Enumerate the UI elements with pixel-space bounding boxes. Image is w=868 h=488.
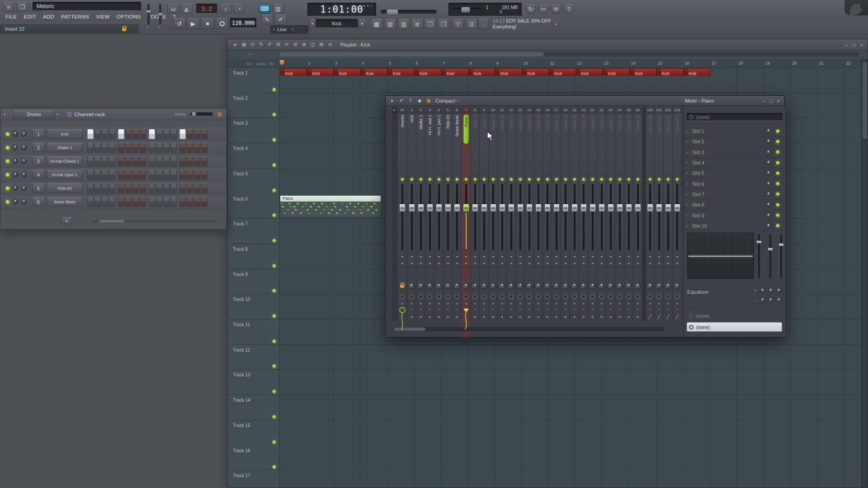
- step-cell[interactable]: [156, 129, 162, 139]
- mixer-scrollbar[interactable]: [393, 327, 664, 331]
- header-col-chan[interactable]: CHAN: [256, 62, 265, 66]
- stereo-sep-control[interactable]: ◂▸: [407, 253, 416, 260]
- fader-handle[interactable]: [454, 204, 460, 212]
- route-arrow[interactable]: ▲: [425, 312, 434, 321]
- send-knob[interactable]: [625, 283, 632, 290]
- pan-control[interactable]: ◂▸: [561, 260, 570, 267]
- mixer-strip-21[interactable]: 21Insert 21◂▸◂▸▲: [588, 107, 597, 321]
- slot-enable-led[interactable]: [776, 161, 779, 164]
- channel-button[interactable]: Shake 1: [47, 143, 83, 152]
- slot-mix-knob[interactable]: [766, 202, 771, 207]
- menu-patterns[interactable]: PATTERNS: [61, 14, 89, 19]
- close-icon[interactable]: ×: [777, 98, 780, 103]
- lock-icon[interactable]: ▫: [254, 52, 255, 56]
- step-cell[interactable]: [201, 183, 208, 193]
- step-grid-icon[interactable]: ▦: [371, 19, 382, 29]
- pan-control[interactable]: ◂▸: [462, 260, 470, 267]
- step-cell[interactable]: [163, 170, 170, 180]
- send-knob[interactable]: [490, 283, 496, 290]
- step-cell[interactable]: [102, 183, 108, 193]
- mixer-strip-100[interactable]: 100Insert 100◂▸◂▸╱: [646, 107, 655, 321]
- loop-record-button[interactable]: ↺: [173, 18, 186, 29]
- step-cell[interactable]: [125, 183, 132, 193]
- plugin-selector[interactable]: (none): [687, 113, 782, 121]
- mixer-strip-19[interactable]: 19Insert 19◂▸◂▸▲: [570, 107, 579, 321]
- pan-control[interactable]: ◂▸: [646, 260, 654, 267]
- pan-control[interactable]: ◂▸: [434, 260, 443, 267]
- slot-mix-knob[interactable]: [766, 213, 771, 218]
- route-arrow[interactable]: ▲: [579, 312, 588, 321]
- volume-knob[interactable]: [21, 145, 27, 150]
- pan-control[interactable]: ◂▸: [552, 260, 561, 267]
- fader-handle[interactable]: [626, 204, 632, 212]
- pattern-add-button[interactable]: +: [359, 19, 366, 28]
- route-arrow[interactable]: ▲: [407, 312, 416, 321]
- pan-control[interactable]: ◂▸: [507, 260, 515, 267]
- header-col-pat[interactable]: PAT: [269, 62, 274, 66]
- mixer-strip-4[interactable]: 4Hi-H. pen 1◂▸◂▸▲: [434, 107, 443, 321]
- stereo-sep-control[interactable]: ◂▸: [561, 253, 570, 260]
- slot-mix-knob[interactable]: [766, 139, 771, 144]
- step-cell[interactable]: [179, 143, 186, 153]
- channel-button[interactable]: Hi-Hat Open 1: [47, 170, 83, 179]
- track-led[interactable]: [273, 415, 276, 418]
- route-ring-icon[interactable]: [665, 294, 670, 299]
- step-cell[interactable]: [118, 129, 124, 139]
- track-led[interactable]: [273, 88, 276, 91]
- pan-control[interactable]: ◂▸: [606, 260, 615, 267]
- step-cell[interactable]: [118, 170, 124, 180]
- channel-button[interactable]: Kick: [47, 129, 83, 139]
- fader[interactable]: [597, 183, 606, 253]
- send-knob[interactable]: [646, 283, 653, 290]
- step-cell[interactable]: [201, 129, 208, 139]
- fx-slot[interactable]: ▸Slot 1: [687, 126, 782, 136]
- slider-thumb[interactable]: [146, 10, 151, 13]
- marker-icon[interactable]: ⊞: [317, 42, 326, 47]
- pan-control[interactable]: ◂▸: [615, 260, 624, 267]
- detach-icon[interactable]: ❐: [16, 2, 28, 12]
- step-cell[interactable]: [102, 143, 108, 153]
- route-ring-icon[interactable]: [418, 294, 423, 299]
- route-arrow[interactable]: ▲: [516, 312, 524, 321]
- fader-handle[interactable]: [436, 204, 442, 212]
- step-cell[interactable]: [187, 197, 193, 207]
- step-cell[interactable]: [132, 156, 139, 166]
- stereo-sep-control[interactable]: ◂▸: [443, 253, 452, 260]
- fader[interactable]: [498, 183, 506, 253]
- fader-handle[interactable]: [580, 204, 587, 212]
- pedals-icon[interactable]: ω: [167, 4, 179, 14]
- slot-enable-led[interactable]: [776, 140, 779, 143]
- send-knob[interactable]: [517, 283, 524, 290]
- rack-scrollbar[interactable]: [93, 220, 216, 222]
- step-cell[interactable]: [187, 143, 193, 153]
- route-ring-icon[interactable]: [545, 294, 550, 299]
- zoom-icon[interactable]: ⊕: [300, 42, 308, 47]
- time-display[interactable]: B:S:T 1:01:00: [307, 3, 376, 16]
- eq-graph[interactable]: [687, 233, 754, 279]
- menu-options[interactable]: OPTIONS: [117, 14, 141, 19]
- fader[interactable]: [434, 183, 443, 253]
- step-cell[interactable]: [163, 183, 170, 193]
- route-arrow[interactable]: ╱: [646, 312, 654, 321]
- route-arrow[interactable]: ▲: [570, 312, 579, 321]
- step-cell[interactable]: [179, 197, 186, 207]
- pan-knob[interactable]: [12, 158, 18, 164]
- route-icon[interactable]: ⇧: [406, 97, 415, 104]
- cut-icon[interactable]: ✄: [538, 4, 549, 14]
- send-knob[interactable]: [426, 283, 433, 290]
- fader[interactable]: [443, 183, 452, 253]
- channel-led[interactable]: [6, 200, 9, 204]
- route-arrow[interactable]: ▲: [534, 312, 542, 321]
- send-knob[interactable]: [453, 283, 460, 290]
- target-icon[interactable]: ⊹: [248, 52, 251, 56]
- send-knob[interactable]: [408, 283, 415, 290]
- send-knob[interactable]: [656, 283, 662, 290]
- fader-handle[interactable]: [599, 204, 605, 212]
- pan-knob[interactable]: [12, 185, 18, 191]
- step-cell[interactable]: [156, 170, 162, 180]
- channel-button[interactable]: Ride 03: [47, 183, 83, 193]
- send-knob[interactable]: [674, 283, 680, 290]
- route-arrow[interactable]: ▲: [416, 312, 425, 321]
- pan-control[interactable]: ◂▸: [489, 260, 497, 267]
- step-cell[interactable]: [194, 197, 200, 207]
